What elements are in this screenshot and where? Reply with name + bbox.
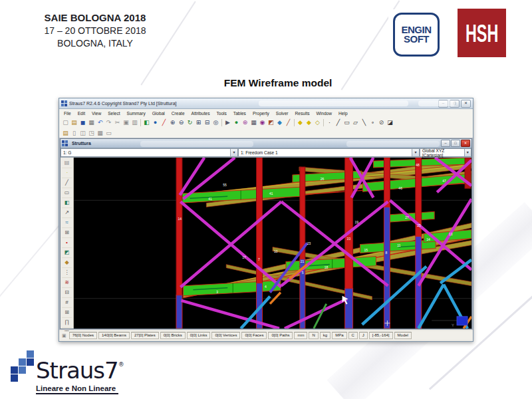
toolbar-main-38-icon[interactable]: ∘ <box>368 118 377 127</box>
toolbar-main-6-icon[interactable]: ✂ <box>113 118 122 127</box>
left-tool-11-icon[interactable]: ⋮ <box>62 268 72 278</box>
toolbar-main-18-icon[interactable]: ◎ <box>211 118 220 127</box>
toolbar-secondary-5-icon[interactable]: ▭ <box>104 129 113 138</box>
toolbar-secondary-0-icon[interactable]: ▤ <box>61 129 70 138</box>
toolbar-secondary-2-icon[interactable]: ◫ <box>78 129 87 138</box>
beam-label: 14 <box>426 237 430 241</box>
left-tool-0-icon[interactable]: ▤ <box>62 158 72 168</box>
left-tool-2-icon[interactable]: ╱ <box>62 178 72 188</box>
toolbar-main-12-icon[interactable]: ╱ <box>160 118 168 127</box>
toolbar-main-39-icon[interactable]: ⊘ <box>377 118 386 127</box>
toolbar-main-7-icon[interactable]: ▣ <box>122 118 130 127</box>
toolbar-main-26-icon[interactable]: ◆ <box>275 118 284 127</box>
toolbar-main-35-icon[interactable]: ▭ <box>342 118 351 127</box>
toolbar-main-13-icon[interactable]: ⊕ <box>168 118 177 127</box>
toolbar-main-0-icon[interactable]: ▢ <box>61 118 70 127</box>
left-tool-6-icon[interactable]: ≈ <box>62 218 72 228</box>
toolbar-main-23-icon[interactable]: ▦ <box>249 118 258 127</box>
toolbar-main-40-icon[interactable]: ◪ <box>386 118 394 127</box>
beam-label: 7 <box>258 257 260 261</box>
menu-help[interactable]: Help <box>335 111 351 116</box>
event-dates: 17 – 20 OTTOBRE 2018 <box>16 25 174 36</box>
left-tool-4-icon[interactable]: ◧ <box>62 198 72 208</box>
menu-summary[interactable]: Summary <box>124 111 149 116</box>
menu-attributes[interactable]: Attributes <box>188 111 213 116</box>
status-cell-14: [-85,-164] <box>369 332 393 339</box>
toolbar-main-36-icon[interactable]: ▱ <box>351 118 360 127</box>
toolbar-main-37-icon[interactable]: ╲ <box>360 118 368 127</box>
toolbar-main-4-icon[interactable]: ↶ <box>96 118 104 127</box>
menu-view[interactable]: View <box>88 111 104 116</box>
model-viewport[interactable]: Y 41415526464748143382575341821151114132… <box>74 158 471 329</box>
menu-results[interactable]: Results <box>292 111 313 116</box>
left-tool-13-icon[interactable]: ⊟ <box>62 288 72 298</box>
menu-file[interactable]: File <box>61 111 74 116</box>
left-tool-16-icon[interactable]: ∏ <box>62 318 72 328</box>
menu-global[interactable]: Global <box>149 111 168 116</box>
app-icon <box>61 100 67 106</box>
left-tool-7-icon[interactable]: ⊞ <box>62 228 72 238</box>
toolbar-main-29-icon[interactable]: ◆ <box>296 118 305 127</box>
toolbar-main-14-icon[interactable]: ⊖ <box>177 118 186 127</box>
menu-tools[interactable]: Tools <box>213 111 229 116</box>
toolbar-main-11-icon[interactable]: ● <box>151 118 160 127</box>
chevron-down-icon[interactable]: ▾ <box>230 149 237 156</box>
enginsoft-logo: ENGIN SOFT <box>388 9 444 60</box>
chevron-down-icon[interactable]: ▾ <box>412 149 419 156</box>
toolbar-main-30-icon[interactable]: ◆ <box>305 118 313 127</box>
toolbar-main-31-icon[interactable]: ◇ <box>313 118 322 127</box>
toolbar-main-20-icon[interactable]: ▶ <box>223 118 232 127</box>
coord-system-combo[interactable]: Global XYZ [Cartesian] ▾ <box>420 148 471 157</box>
title-bar[interactable]: Straus7 R2.4.6 Copyright Strand7 Pty Ltd… <box>59 98 473 109</box>
menu-edit[interactable]: Edit <box>74 111 88 116</box>
left-tool-1-icon[interactable]: ∙ <box>62 168 72 178</box>
toolbar-main-34-icon[interactable]: ╱ <box>334 118 342 127</box>
toolbar-main-24-icon[interactable]: ◉ <box>258 118 267 127</box>
menu-create[interactable]: Create <box>168 111 188 116</box>
left-tool-8-icon[interactable]: • <box>62 238 72 248</box>
toolbar-main-16-icon[interactable]: ⊞ <box>194 118 203 127</box>
toolbar-main-8-icon[interactable]: ▥ <box>130 118 139 127</box>
menu-property[interactable]: Property <box>249 111 273 116</box>
toolbar-main-10-icon[interactable]: ◧ <box>142 118 151 127</box>
toolbar-secondary-4-icon[interactable]: ▦ <box>96 129 104 138</box>
model-tree-combo[interactable]: 1: G ▾ <box>61 148 238 157</box>
toolbar-main-21-icon[interactable]: ● <box>232 118 241 127</box>
left-tool-5-icon[interactable]: ↗ <box>62 208 72 218</box>
child-maximize-button[interactable]: □ <box>451 140 460 147</box>
chevron-down-icon[interactable]: ▾ <box>464 149 471 156</box>
toolbar-main-17-icon[interactable]: ⊟ <box>203 118 211 127</box>
toolbar-main-25-icon[interactable]: ◩ <box>267 118 275 127</box>
toolbar-main-3-icon[interactable]: ▦ <box>87 118 96 127</box>
menu-select[interactable]: Select <box>104 111 123 116</box>
toolbar-secondary-3-icon[interactable]: ◳ <box>87 129 96 138</box>
toolbar-main-5-icon[interactable]: ↷ <box>104 118 113 127</box>
toolbar-main-33-icon[interactable]: · <box>325 118 334 127</box>
menu-solver[interactable]: Solver <box>273 111 292 116</box>
freedom-case-combo[interactable]: 1: Freedom Case 1 ▾ <box>238 148 420 157</box>
menu-window[interactable]: Window <box>313 111 335 116</box>
toolbar-main-27-icon[interactable]: ╱ <box>284 118 293 127</box>
beam-label: 4 <box>265 285 267 289</box>
left-tool-15-icon[interactable]: ⊞ <box>62 308 72 318</box>
menu-tables[interactable]: Tables <box>230 111 249 116</box>
main-toolbar: ▢▤◼▦↶↷✂▣▥◧●╱⊕⊖↻⊞⊟◎▶●⊛▦◉◩◆╱◆◆◇·╱▭▱╲∘⊘◪ <box>59 117 473 129</box>
toolbar-main-2-icon[interactable]: ◼ <box>78 118 87 127</box>
child-close-button[interactable]: ✕ <box>461 140 470 147</box>
close-button[interactable]: ✕ <box>461 100 471 108</box>
left-tool-10-icon[interactable]: ◆ <box>62 258 72 268</box>
status-cell-10: kg <box>320 332 331 339</box>
toolbar-main-22-icon[interactable]: ⊛ <box>241 118 249 127</box>
left-tool-3-icon[interactable]: ▭ <box>62 188 72 198</box>
toolbar-secondary-1-icon[interactable]: ▯ <box>70 129 78 138</box>
beam-label: 13 <box>449 232 453 236</box>
fem-model-canvas[interactable]: Y 41415526464748143382575341821151114132… <box>74 158 471 329</box>
beam-label: 18 <box>325 265 329 269</box>
toolbar-main-15-icon[interactable]: ↻ <box>186 118 194 127</box>
toolbar-main-1-icon[interactable]: ▤ <box>70 118 78 127</box>
child-title-bar[interactable]: Struttura – □ ✕ <box>61 139 471 148</box>
left-tool-9-icon[interactable]: ◩ <box>62 248 72 258</box>
child-minimize-button[interactable]: – <box>441 140 450 147</box>
left-tool-12-icon[interactable]: ≋ <box>62 278 72 288</box>
left-tool-14-icon[interactable]: # <box>62 298 72 308</box>
